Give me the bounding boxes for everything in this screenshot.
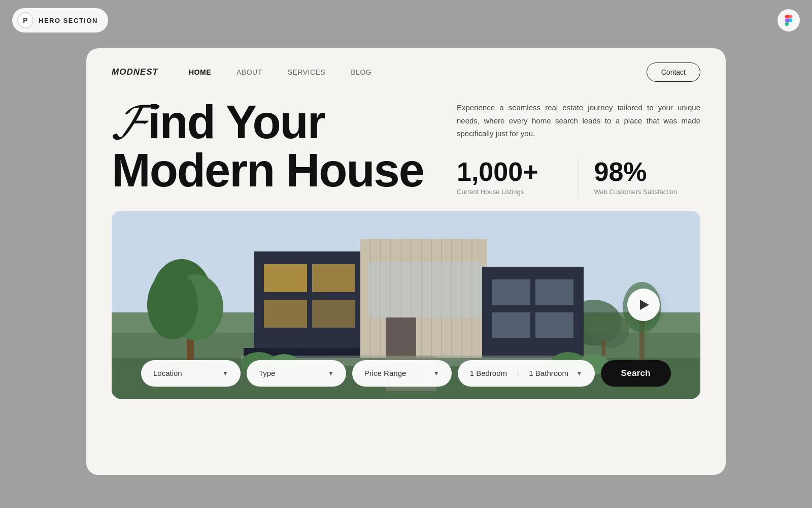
rooms-divider: | <box>517 369 519 377</box>
figma-icon[interactable] <box>777 9 800 31</box>
rooms-chevron: ▼ <box>577 370 583 377</box>
bedroom-label: 1 Bedroom <box>470 369 507 377</box>
hero-right: Experience a seamless real estate journe… <box>457 96 700 196</box>
location-label: Location <box>153 369 182 377</box>
price-range-dropdown[interactable]: Price Range ▼ <box>352 360 452 387</box>
stat-listings-number: 1,000+ <box>457 158 563 185</box>
brand-icon: P <box>17 12 33 28</box>
rooms-dropdown[interactable]: 1 Bedroom | 1 Bathroom ▼ <box>458 360 595 387</box>
svg-rect-30 <box>386 318 416 358</box>
nav-links: HOME ABOUT SERVICES BLOG <box>189 68 647 76</box>
top-bar-title: HERO SECTION <box>39 17 98 24</box>
navbar: MODNEST HOME ABOUT SERVICES BLOG Contact <box>86 48 726 96</box>
nav-link-services[interactable]: SERVICES <box>288 68 326 76</box>
nav-link-blog[interactable]: BLOG <box>351 68 371 76</box>
nav-link-home[interactable]: HOME <box>189 68 211 76</box>
top-bar: P HERO SECTION <box>0 0 812 41</box>
stats: 1,000+ Current House Listings 98% Web Cu… <box>457 158 700 196</box>
search-button[interactable]: Search <box>601 360 671 387</box>
hero-image-container: Location ▼ Type ▼ Price Range ▼ 1 Bedroo… <box>112 211 700 399</box>
svg-rect-15 <box>312 300 355 328</box>
hero-content: 𝓕ind Your Modern House Experience a seam… <box>86 96 726 196</box>
top-bar-brand: P HERO SECTION <box>12 8 108 33</box>
play-icon <box>640 300 649 310</box>
hero-description: Experience a seamless real estate journe… <box>457 101 700 140</box>
bathroom-label: 1 Bathroom <box>529 369 568 377</box>
stat-listings-label: Current House Listings <box>457 188 563 196</box>
svg-rect-12 <box>264 264 307 292</box>
svg-point-10 <box>147 270 198 339</box>
hero-left: 𝓕ind Your Modern House <box>112 96 436 194</box>
price-range-label: Price Range <box>364 369 407 377</box>
contact-button[interactable]: Contact <box>647 62 700 82</box>
type-dropdown[interactable]: Type ▼ <box>247 360 346 387</box>
price-chevron: ▼ <box>433 370 439 377</box>
main-card: MODNEST HOME ABOUT SERVICES BLOG Contact… <box>86 48 726 475</box>
svg-rect-35 <box>535 312 573 338</box>
play-button[interactable] <box>627 289 660 321</box>
svg-point-5 <box>589 312 629 348</box>
location-dropdown[interactable]: Location ▼ <box>141 360 241 387</box>
svg-rect-6 <box>601 340 605 356</box>
svg-rect-13 <box>312 264 355 292</box>
stat-listings: 1,000+ Current House Listings <box>457 158 579 196</box>
stat-satisfaction-number: 98% <box>594 158 701 185</box>
type-chevron: ▼ <box>328 370 334 377</box>
nav-brand: MODNEST <box>112 67 158 77</box>
svg-rect-32 <box>492 279 530 305</box>
stat-satisfaction: 98% Web Customers Satisfaction <box>579 158 701 196</box>
cursive-f: 𝓕 <box>112 93 148 149</box>
nav-link-about[interactable]: ABOUT <box>236 68 262 76</box>
type-label: Type <box>259 369 276 377</box>
hero-title: 𝓕ind Your Modern House <box>112 96 436 194</box>
location-chevron: ▼ <box>222 370 228 377</box>
svg-rect-29 <box>368 262 482 318</box>
stat-satisfaction-label: Web Customers Satisfaction <box>594 188 701 196</box>
svg-rect-14 <box>264 300 307 328</box>
svg-rect-33 <box>535 279 573 305</box>
search-bar: Location ▼ Type ▼ Price Range ▼ 1 Bedroo… <box>141 360 671 387</box>
svg-rect-34 <box>492 312 530 338</box>
